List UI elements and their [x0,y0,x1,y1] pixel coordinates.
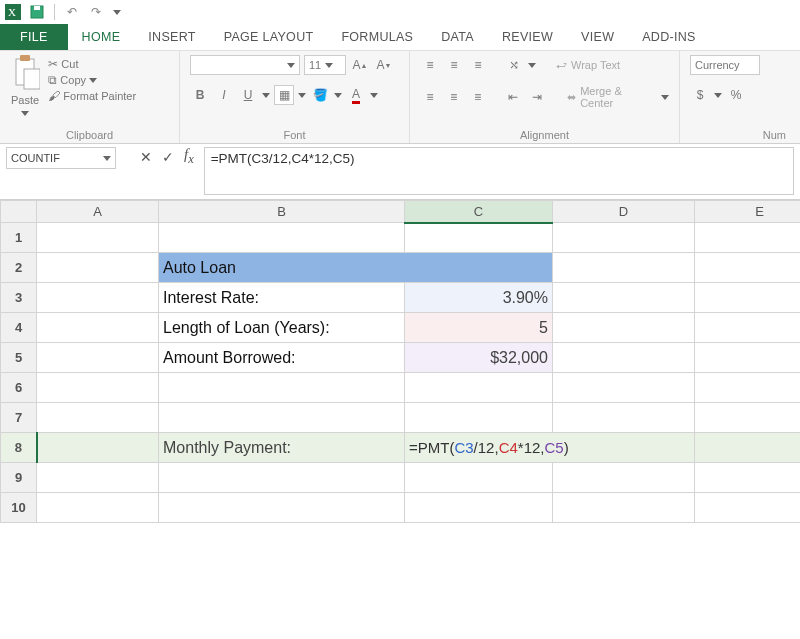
row-header-7[interactable]: 7 [1,403,37,433]
underline-button[interactable]: U [238,85,258,105]
increase-indent-button[interactable]: ⇥ [527,87,547,107]
cell[interactable] [553,283,695,313]
decrease-indent-button[interactable]: ⇤ [504,87,524,107]
tab-home[interactable]: HOME [68,23,135,50]
row-header-6[interactable]: 6 [1,373,37,403]
cell-b2[interactable]: Auto Loan [159,253,553,283]
paste-dropdown-icon[interactable] [21,111,29,116]
row-header-10[interactable]: 10 [1,493,37,523]
cell[interactable] [159,463,405,493]
enter-formula-button[interactable]: ✓ [162,149,174,165]
cell-c5[interactable]: $32,000 [405,343,553,373]
col-header-b[interactable]: B [159,201,405,223]
cell[interactable] [405,223,553,253]
bold-button[interactable]: B [190,85,210,105]
cell[interactable] [37,493,159,523]
row-header-1[interactable]: 1 [1,223,37,253]
fill-dropdown-icon[interactable] [334,93,342,98]
cell[interactable] [405,373,553,403]
cell[interactable] [553,463,695,493]
cell[interactable] [553,343,695,373]
border-dropdown-icon[interactable] [298,93,306,98]
currency-button[interactable]: $ [690,85,710,105]
formula-bar-input[interactable]: =PMT(C3/12,C4*12,C5) [204,147,794,195]
cell[interactable] [159,403,405,433]
col-header-c[interactable]: C [405,201,553,223]
cancel-formula-button[interactable]: ✕ [140,149,152,165]
cut-button[interactable]: ✂ Cut [48,57,136,71]
cell-b5[interactable]: Amount Borrowed: [159,343,405,373]
cell[interactable] [159,373,405,403]
format-painter-button[interactable]: 🖌 Format Painter [48,89,136,103]
cell[interactable] [695,343,801,373]
row-header-9[interactable]: 9 [1,463,37,493]
undo-icon[interactable]: ↶ [63,3,81,21]
copy-dropdown-icon[interactable] [89,78,97,83]
cell[interactable] [37,283,159,313]
tab-view[interactable]: VIEW [567,24,628,50]
row-header-5[interactable]: 5 [1,343,37,373]
align-right-button[interactable]: ≡ [468,87,488,107]
paste-button[interactable]: Paste [10,55,40,120]
shrink-font-button[interactable]: A▼ [374,55,394,75]
cell[interactable] [695,403,801,433]
cell[interactable] [37,463,159,493]
cell[interactable] [695,313,801,343]
cell[interactable] [553,373,695,403]
tab-addins[interactable]: ADD-INS [628,24,710,50]
col-header-a[interactable]: A [37,201,159,223]
cell-b3[interactable]: Interest Rate: [159,283,405,313]
tab-file[interactable]: FILE [0,24,68,50]
cell[interactable] [37,253,159,283]
cell[interactable] [405,463,553,493]
percent-button[interactable]: % [726,85,746,105]
cell[interactable] [553,403,695,433]
fontcolor-dropdown-icon[interactable] [370,93,378,98]
cell[interactable] [37,373,159,403]
border-button[interactable]: ▦ [274,85,294,105]
save-icon[interactable] [28,3,46,21]
select-all-corner[interactable] [1,201,37,223]
font-name-select[interactable] [190,55,300,75]
font-size-select[interactable]: 11 [304,55,346,75]
cell[interactable] [695,253,801,283]
cell[interactable] [159,493,405,523]
cell[interactable] [37,223,159,253]
tab-page-layout[interactable]: PAGE LAYOUT [210,24,328,50]
row-header-8[interactable]: 8 [1,433,37,463]
cell-c4[interactable]: 5 [405,313,553,343]
cell[interactable] [695,283,801,313]
copy-button[interactable]: ⧉ Copy [48,73,136,87]
cell-c3[interactable]: 3.90% [405,283,553,313]
cell[interactable] [553,223,695,253]
wrap-text-button[interactable]: ⮐Wrap Text [556,59,620,71]
number-format-select[interactable]: Currency [690,55,760,75]
name-box-dropdown-icon[interactable] [103,156,111,161]
col-header-e[interactable]: E [695,201,801,223]
grow-font-button[interactable]: A▲ [350,55,370,75]
redo-icon[interactable]: ↷ [87,3,105,21]
tab-review[interactable]: REVIEW [488,24,567,50]
orientation-dropdown-icon[interactable] [528,63,536,68]
align-top-button[interactable]: ≡ [420,55,440,75]
cell[interactable] [553,313,695,343]
cell[interactable] [37,433,159,463]
align-left-button[interactable]: ≡ [420,87,440,107]
currency-dropdown-icon[interactable] [714,93,722,98]
row-header-2[interactable]: 2 [1,253,37,283]
cell[interactable] [553,493,695,523]
cell[interactable] [37,343,159,373]
align-bottom-button[interactable]: ≡ [468,55,488,75]
tab-data[interactable]: DATA [427,24,488,50]
cell[interactable] [695,223,801,253]
cell[interactable] [405,403,553,433]
tab-insert[interactable]: INSERT [134,24,209,50]
cell-c8-active[interactable]: =PMT(C3/12,C4*12,C5) [405,433,695,463]
cell[interactable] [159,223,405,253]
orientation-button[interactable]: ⤭ [504,55,524,75]
col-header-d[interactable]: D [553,201,695,223]
cell[interactable] [405,493,553,523]
font-color-button[interactable]: A [346,85,366,105]
merge-center-button[interactable]: ⬌Merge & Center [567,85,669,109]
cell[interactable] [695,373,801,403]
